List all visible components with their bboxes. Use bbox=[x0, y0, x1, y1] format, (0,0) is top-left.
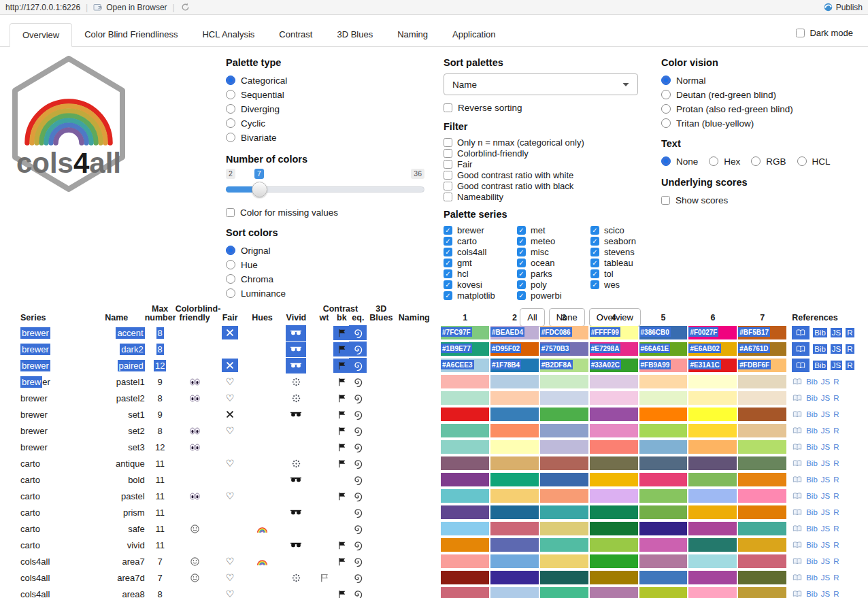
sort-colors-radio[interactable] bbox=[226, 288, 235, 298]
swatch[interactable] bbox=[590, 505, 638, 519]
palette-series-checkbox[interactable]: ✓ bbox=[590, 259, 599, 267]
swatch[interactable] bbox=[688, 554, 737, 568]
filter-option-only-n-nmax-categorical-only-[interactable]: Only n = nmax (categorical only) bbox=[444, 137, 654, 148]
reload-icon[interactable] bbox=[180, 2, 190, 12]
palette-type-radio[interactable] bbox=[226, 76, 235, 85]
ref-r-link[interactable]: R bbox=[833, 410, 839, 418]
palette-series-checkbox[interactable]: ✓ bbox=[444, 226, 452, 235]
swatch[interactable] bbox=[490, 473, 539, 486]
swatch[interactable]: #E7298A bbox=[590, 342, 638, 356]
book-icon[interactable] bbox=[792, 557, 803, 566]
palette-series-checkbox[interactable]: ✓ bbox=[517, 280, 526, 289]
ref-r-link[interactable]: R bbox=[833, 459, 839, 467]
swatch[interactable] bbox=[738, 587, 786, 598]
swatch[interactable] bbox=[590, 571, 638, 584]
ref-bib-link[interactable]: Bib bbox=[806, 492, 818, 500]
sort-palettes-select[interactable]: Name bbox=[444, 73, 638, 95]
swatch[interactable]: #D95F02 bbox=[490, 342, 539, 356]
ref-bib-link[interactable]: Bib bbox=[806, 459, 818, 467]
swatch[interactable] bbox=[490, 538, 539, 552]
ref-r-link[interactable]: R bbox=[833, 557, 839, 565]
palette-series-checkbox[interactable]: ✓ bbox=[444, 291, 452, 300]
ref-r-link[interactable]: R bbox=[833, 508, 839, 516]
swatch[interactable] bbox=[688, 489, 737, 503]
swatch[interactable] bbox=[639, 538, 688, 552]
slider-handle[interactable] bbox=[252, 182, 267, 197]
swatch[interactable] bbox=[688, 538, 737, 552]
swatch[interactable] bbox=[441, 505, 489, 519]
swatch[interactable]: #A6CEE3 bbox=[441, 359, 489, 372]
filter-option-nameability[interactable]: Nameability bbox=[444, 192, 654, 202]
filter-option-good-contrast-ratio-with-black[interactable]: Good contrast ratio with black bbox=[444, 181, 654, 191]
swatch[interactable] bbox=[590, 391, 638, 405]
swatch[interactable] bbox=[688, 408, 737, 421]
ref-r-link[interactable]: R bbox=[833, 590, 839, 598]
palette-series-option-misc[interactable]: ✓misc bbox=[517, 247, 581, 257]
swatch[interactable] bbox=[639, 489, 688, 503]
swatch[interactable] bbox=[738, 489, 786, 503]
swatch[interactable] bbox=[639, 505, 688, 519]
palette-series-option-scico[interactable]: ✓scico bbox=[590, 225, 654, 235]
palette-series-checkbox[interactable]: ✓ bbox=[590, 280, 599, 289]
tab-application[interactable]: Application bbox=[440, 23, 508, 46]
text-option-hcl[interactable]: HCL bbox=[797, 154, 831, 168]
swatch[interactable] bbox=[590, 408, 638, 421]
swatch[interactable] bbox=[590, 554, 638, 568]
ref-js-link[interactable]: JS bbox=[821, 557, 830, 565]
ref-js-link[interactable]: JS bbox=[821, 476, 830, 484]
text-radio[interactable] bbox=[751, 156, 761, 166]
swatch[interactable]: #A6761D bbox=[738, 342, 786, 356]
swatch[interactable] bbox=[540, 522, 588, 535]
text-option-none[interactable]: None bbox=[661, 154, 698, 168]
swatch[interactable] bbox=[540, 489, 588, 503]
swatch[interactable]: #1F78B4 bbox=[490, 359, 539, 372]
swatch[interactable]: #E6AB02 bbox=[688, 342, 737, 356]
palette-series-option-meteo[interactable]: ✓meteo bbox=[517, 236, 581, 246]
ref-bib-link[interactable]: Bib bbox=[813, 328, 827, 337]
ref-bib-link[interactable]: Bib bbox=[806, 525, 818, 533]
swatch[interactable] bbox=[540, 538, 588, 552]
book-icon[interactable] bbox=[792, 475, 803, 484]
book-icon[interactable] bbox=[792, 589, 803, 598]
swatch[interactable] bbox=[590, 587, 638, 598]
sort-colors-radio[interactable] bbox=[226, 274, 235, 284]
palette-series-option-tableau[interactable]: ✓tableau bbox=[590, 258, 654, 268]
book-icon[interactable] bbox=[792, 359, 809, 372]
ref-bib-link[interactable]: Bib bbox=[806, 476, 818, 484]
color-vision-option-normal[interactable]: Normal bbox=[661, 73, 865, 87]
sort-colors-radio[interactable] bbox=[226, 246, 235, 255]
ref-r-link[interactable]: R bbox=[833, 541, 839, 549]
book-icon[interactable] bbox=[792, 540, 803, 550]
color-vision-radio[interactable] bbox=[661, 76, 671, 85]
swatch[interactable] bbox=[590, 522, 638, 535]
swatch[interactable] bbox=[738, 505, 786, 519]
ref-js-link[interactable]: JS bbox=[821, 427, 830, 435]
text-option-hex[interactable]: Hex bbox=[709, 154, 740, 168]
swatch[interactable] bbox=[441, 408, 489, 421]
reverse-sorting-option[interactable]: Reverse sorting bbox=[444, 101, 654, 114]
swatch[interactable] bbox=[590, 424, 638, 437]
palette-type-radio[interactable] bbox=[226, 118, 235, 128]
palette-series-checkbox[interactable]: ✓ bbox=[590, 226, 599, 235]
swatch[interactable]: #E31A1C bbox=[688, 359, 737, 372]
swatch[interactable] bbox=[490, 571, 539, 584]
ref-js-link[interactable]: JS bbox=[821, 525, 830, 533]
ref-r-link[interactable]: R bbox=[833, 427, 839, 435]
book-icon[interactable] bbox=[792, 442, 803, 452]
swatch[interactable] bbox=[738, 522, 786, 535]
palette-series-checkbox[interactable]: ✓ bbox=[444, 259, 452, 267]
filter-option-fair[interactable]: Fair bbox=[444, 159, 654, 169]
palette-series-checkbox[interactable]: ✓ bbox=[590, 269, 599, 278]
palette-series-checkbox[interactable]: ✓ bbox=[517, 259, 526, 267]
reverse-sorting-checkbox[interactable] bbox=[444, 103, 452, 112]
swatch[interactable] bbox=[540, 391, 588, 405]
sort-colors-option-hue[interactable]: Hue bbox=[226, 258, 430, 271]
ref-r-link[interactable]: R bbox=[846, 328, 854, 337]
swatch[interactable] bbox=[639, 408, 688, 421]
ref-js-link[interactable]: JS bbox=[821, 590, 830, 598]
palette-series-option-ocean[interactable]: ✓ocean bbox=[517, 258, 581, 268]
tab-overview[interactable]: Overview bbox=[10, 23, 72, 47]
swatch[interactable] bbox=[688, 505, 737, 519]
swatch[interactable]: #386CB0 bbox=[639, 326, 688, 339]
palette-series-checkbox[interactable]: ✓ bbox=[517, 237, 526, 246]
